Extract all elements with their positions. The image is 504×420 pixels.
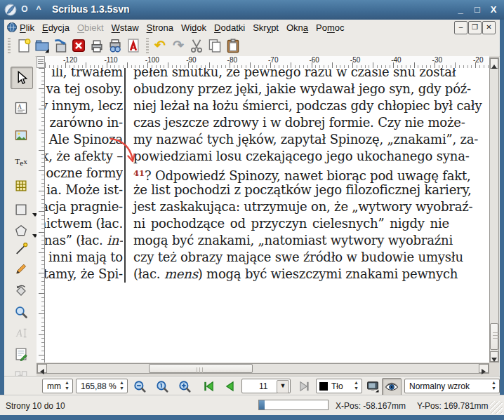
save-document-button[interactable] [52, 37, 69, 54]
text-line-right: jest zaskakująca: utrzymuje on, że „wytw… [133, 198, 449, 215]
document-viewport[interactable]: ili, trwałemva tej osoby.y innym, leczza… [45, 68, 489, 363]
scroll-down-button[interactable] [490, 351, 498, 362]
insert-text-frame-tool[interactable]: A [11, 97, 32, 118]
ruler-label: -60 [309, 56, 319, 64]
menu-plik[interactable]: Plik [20, 22, 34, 33]
text-line-left: zarówno in- [45, 114, 123, 131]
vision-mode-selector[interactable]: Normalny wzrok ▲▼ [404, 379, 500, 393]
menu-obiekt[interactable]: Obiekt [77, 22, 104, 33]
zoom-out-button[interactable] [132, 379, 147, 394]
maximize-button[interactable]: □ [470, 3, 484, 17]
ruler-label: -50 [350, 56, 360, 64]
shade-icon[interactable]: ^ [32, 4, 45, 16]
app-icon[interactable] [4, 4, 17, 16]
status-bar: Strony 10 do 10 X-Pos: -58.167mm Y-Pos: … [0, 395, 504, 415]
menu-wstaw[interactable]: Wstaw [112, 22, 139, 33]
vertical-scroll-thumb[interactable] [490, 323, 498, 350]
select-item-tool[interactable] [11, 67, 33, 89]
open-document-button[interactable] [34, 37, 51, 54]
scroll-up-button[interactable] [490, 58, 498, 69]
cut-button[interactable] [188, 37, 205, 54]
sticky-icon[interactable]: O [18, 4, 31, 16]
preflight-verifier-button[interactable] [107, 37, 124, 54]
insert-line-tool[interactable] [11, 238, 32, 259]
insert-image-frame-tool[interactable] [11, 125, 32, 146]
title-bar[interactable]: O ^ Scribus 1.3.5svn _ □ X [0, 0, 504, 20]
mdi-close-button[interactable]: ✕ [482, 21, 496, 34]
menu-edycja[interactable]: Edycja [42, 22, 69, 33]
paste-button[interactable] [225, 37, 241, 54]
close-button[interactable]: X [486, 3, 500, 17]
redo-button[interactable]: ↷ [170, 37, 187, 54]
ruler-origin-button[interactable] [37, 56, 45, 68]
preview-quality-button[interactable] [365, 379, 380, 394]
rotate-item-tool[interactable] [11, 280, 32, 302]
toolbar-separator [146, 38, 149, 53]
horizontal-scrollbar[interactable] [37, 363, 489, 374]
zoom-level-field[interactable]: 165,88 % ▲▼ [76, 379, 128, 393]
ruler-label: -20 [473, 56, 483, 64]
text-line-left: ili, trwałem [45, 68, 123, 81]
ruler-label: -70 [268, 56, 278, 64]
preview-mode-toggle[interactable] [382, 378, 402, 396]
story-editor-tool[interactable] [11, 344, 32, 365]
scribus-globe-icon [6, 22, 18, 33]
scroll-left-button[interactable] [37, 364, 47, 373]
scroll-right-button[interactable] [479, 364, 489, 373]
zoom-100-button[interactable] [154, 379, 170, 394]
vertical-scrollbar[interactable] [489, 57, 499, 363]
menu-dodatki[interactable]: Dodatki [214, 22, 245, 33]
menu-skrypt[interactable]: Skrypt [253, 22, 279, 33]
previous-page-button[interactable] [222, 379, 237, 394]
y-pos-label: Y-Pos: 169.781mm [417, 401, 489, 411]
menu-widok[interactable]: Widok [181, 22, 206, 33]
horizontal-scroll-thumb[interactable] [149, 364, 253, 373]
first-page-button[interactable] [201, 379, 216, 394]
svg-text:A: A [18, 104, 22, 110]
next-page-button[interactable] [296, 379, 312, 394]
insert-table-tool[interactable] [11, 175, 32, 196]
vision-mode-spinner[interactable]: ▲▼ [490, 380, 498, 392]
insert-render-frame-tool[interactable]: Tex [11, 151, 32, 172]
layer-selector[interactable]: Tło ▲▼ [316, 379, 362, 393]
unit-value: mm [47, 381, 61, 391]
zoom-tool[interactable] [11, 302, 32, 323]
menu-okna[interactable]: Okna [286, 22, 308, 33]
new-document-button[interactable] [15, 37, 32, 54]
text-line-right: pełen smutku, że pewnego razu w czasie s… [133, 68, 449, 81]
edit-contents-tool[interactable]: A [11, 323, 32, 344]
minimize-button[interactable]: _ [453, 3, 467, 17]
unit-selector[interactable]: mm ▲▼ [42, 379, 73, 393]
horizontal-ruler[interactable]: -120-110-100-90-80-70-60-50-40-30-20 [45, 56, 489, 69]
pages-status-label: Strony 10 do 10 [6, 401, 65, 411]
resize-grip[interactable] [490, 401, 503, 414]
mdi-restore-button[interactable]: ❐ [468, 21, 482, 34]
vertical-ruler[interactable] [37, 68, 45, 363]
zoom-in-button[interactable] [177, 379, 192, 394]
print-button[interactable] [88, 37, 105, 54]
text-line-right: że list pochodzi z początków jego filozo… [133, 182, 449, 198]
layer-spinner[interactable]: ▲▼ [352, 380, 360, 392]
text-line-left: y innym, lecz [45, 97, 123, 114]
toolbar-handle[interactable] [8, 38, 11, 53]
window-frame-bottom [0, 414, 504, 420]
zoom-spinner[interactable]: ▲▼ [118, 380, 126, 392]
unit-spinner[interactable]: ▲▼ [63, 380, 71, 392]
menu-pomoc[interactable]: Pomoc [316, 22, 344, 33]
ruler-label: -80 [227, 56, 237, 64]
mdi-minimize-button[interactable]: – [454, 21, 467, 34]
page-dropdown-button[interactable]: ▼ [277, 380, 289, 393]
page-number-selector[interactable]: 11 ▼ [241, 379, 291, 393]
svg-text:Tex: Tex [15, 157, 27, 167]
export-pdf-button[interactable] [125, 37, 142, 54]
copy-button[interactable] [206, 37, 223, 54]
undo-button[interactable]: ↶ [152, 37, 168, 54]
insert-shape-tool[interactable] [11, 199, 32, 220]
red-arrow-annotation [105, 135, 140, 169]
column-divider-line [124, 68, 126, 283]
progress-bar [258, 400, 329, 410]
text-line-left: tamy, że Spi- [45, 266, 123, 283]
menu-strona[interactable]: Strona [147, 22, 173, 33]
close-document-button[interactable] [70, 37, 87, 54]
insert-freehand-line-tool[interactable] [11, 258, 32, 279]
